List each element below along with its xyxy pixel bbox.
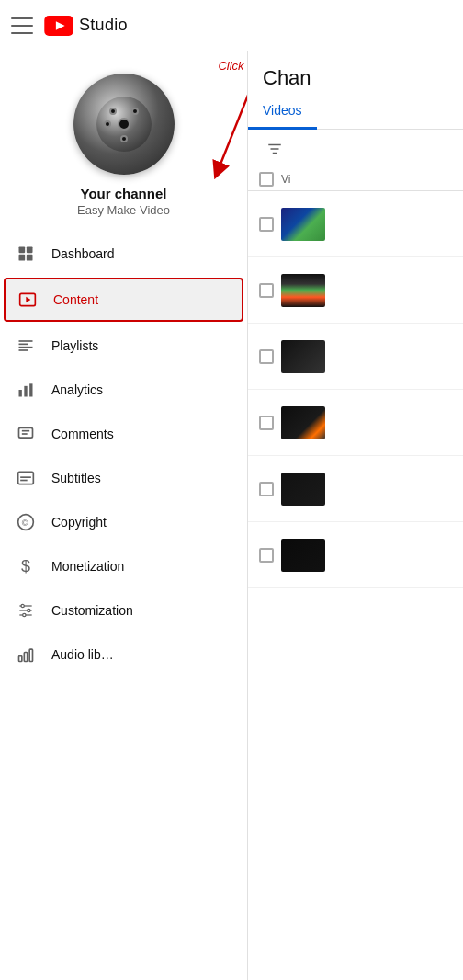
table-row (248, 257, 463, 324)
customization-icon (15, 599, 37, 621)
table-row (248, 324, 463, 390)
annotation-arrow-icon (199, 74, 248, 185)
annotation-text: Click "Content" (218, 59, 248, 73)
copyright-icon: © (15, 511, 37, 533)
channel-name: Your channel (81, 186, 167, 201)
hamburger-menu-button[interactable] (11, 15, 33, 37)
table-row (248, 522, 463, 588)
dashboard-label: Dashboard (51, 246, 115, 261)
channel-avatar (73, 74, 175, 175)
reel-hole-tr (131, 108, 139, 115)
svg-rect-7 (27, 255, 33, 261)
table-row (248, 456, 463, 522)
channel-info: Click "Content" (0, 51, 247, 232)
svg-text:©: © (22, 518, 28, 528)
video-checkbox-5[interactable] (259, 482, 274, 496)
video-checkbox-4[interactable] (259, 416, 274, 430)
sidebar-item-customization[interactable]: Customization (0, 588, 247, 632)
column-header-row: Vi (248, 168, 463, 191)
svg-rect-17 (19, 427, 33, 438)
click-annotation: Click "Content" (218, 59, 248, 188)
content-title: Chan (248, 51, 463, 90)
svg-rect-16 (29, 383, 32, 396)
svg-rect-6 (19, 255, 26, 261)
tabs-row: Videos (248, 94, 463, 130)
svg-rect-31 (19, 656, 22, 662)
reel-center-hole (118, 118, 130, 131)
svg-point-29 (28, 609, 30, 611)
copyright-label: Copyright (51, 515, 107, 530)
sidebar-item-copyright[interactable]: © Copyright (0, 500, 247, 544)
video-checkbox-2[interactable] (259, 283, 274, 298)
svg-point-28 (21, 604, 24, 607)
avatar-reel-image (96, 97, 152, 152)
video-thumbnail-5 (281, 473, 325, 506)
video-checkbox-3[interactable] (259, 349, 274, 364)
sidebar-item-playlists[interactable]: Playlists (0, 324, 247, 368)
svg-rect-15 (24, 386, 27, 397)
audio-label: Audio lib… (51, 647, 114, 662)
video-list (248, 191, 463, 980)
svg-rect-33 (29, 649, 32, 661)
subtitles-label: Subtitles (51, 471, 101, 485)
sidebar: Click "Content" (0, 51, 248, 980)
sidebar-item-dashboard[interactable]: Dashboard (0, 232, 247, 276)
svg-rect-32 (24, 653, 27, 662)
analytics-icon (15, 379, 37, 401)
video-thumbnail-3 (281, 340, 325, 373)
sidebar-item-analytics[interactable]: Analytics (0, 368, 247, 412)
main-layout: Click "Content" (0, 51, 463, 980)
table-row (248, 191, 463, 257)
content-icon (17, 289, 39, 311)
column-header-video: Vi (281, 173, 290, 186)
logo-area: Studio (44, 16, 128, 36)
svg-rect-14 (19, 390, 22, 397)
tab-videos[interactable]: Videos (248, 94, 317, 130)
reel-hole-tl (109, 108, 117, 115)
channel-handle: Easy Make Video (77, 203, 170, 217)
playlists-label: Playlists (51, 338, 98, 353)
select-all-checkbox[interactable] (259, 172, 274, 187)
svg-line-3 (218, 79, 248, 171)
video-thumbnail-1 (281, 208, 325, 241)
video-checkbox-6[interactable] (259, 548, 274, 563)
content-label: Content (53, 292, 98, 307)
app-header: Studio (0, 0, 463, 51)
video-thumbnail-6 (281, 539, 325, 572)
sidebar-item-monetization[interactable]: $ Monetization (0, 544, 247, 588)
video-checkbox-1[interactable] (259, 217, 274, 232)
audio-icon (15, 644, 37, 666)
svg-point-30 (23, 613, 26, 616)
video-thumbnail-4 (281, 406, 325, 439)
sidebar-item-comments[interactable]: Comments (0, 412, 247, 456)
table-row (248, 390, 463, 456)
sidebar-item-content[interactable]: Content (4, 278, 243, 322)
analytics-label: Analytics (51, 382, 103, 397)
customization-label: Customization (51, 603, 133, 618)
sidebar-item-audio[interactable]: Audio lib… (0, 632, 247, 677)
svg-marker-9 (26, 297, 30, 303)
svg-rect-5 (27, 247, 33, 254)
subtitles-icon (15, 467, 37, 489)
svg-rect-4 (19, 247, 26, 254)
comments-icon (15, 423, 37, 445)
playlists-icon (15, 335, 37, 357)
reel-hole-l (104, 120, 111, 128)
reel-hole-b (120, 135, 128, 142)
filter-row (248, 130, 463, 168)
studio-label: Studio (79, 16, 128, 35)
video-thumbnail-2 (281, 274, 325, 307)
sidebar-item-subtitles[interactable]: Subtitles (0, 456, 247, 500)
content-panel: Chan Videos Vi (248, 51, 463, 980)
youtube-logo-icon (44, 16, 73, 36)
comments-label: Comments (51, 427, 114, 441)
monetization-label: Monetization (51, 559, 124, 574)
filter-icon (266, 141, 283, 157)
filter-button[interactable] (259, 137, 290, 161)
monetization-icon: $ (15, 555, 37, 577)
dashboard-icon (15, 243, 37, 265)
